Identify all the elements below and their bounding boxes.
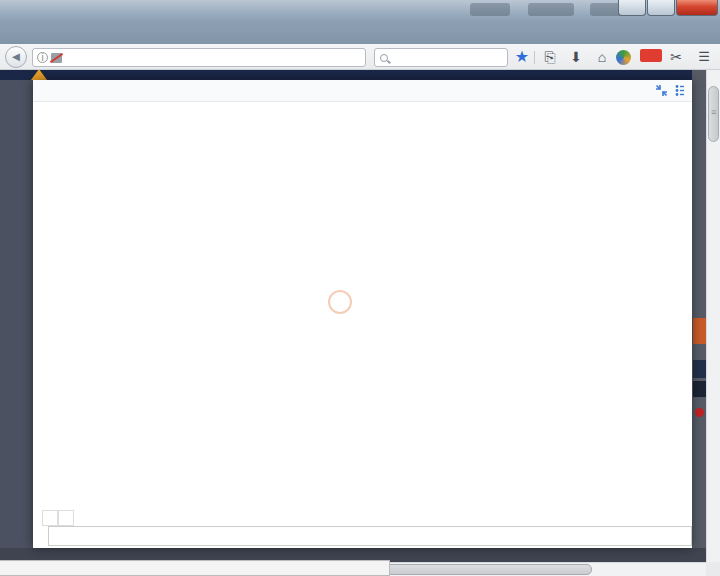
screenshot-extension-icon[interactable]: ✂ [666, 48, 686, 66]
url-bar[interactable]: i [32, 48, 366, 67]
search-icon [380, 54, 388, 62]
zoom-in-button[interactable] [34, 9, 44, 11]
hamburger-menu-icon[interactable]: ☰ [694, 48, 714, 66]
toolbar-separator [534, 51, 535, 64]
kline-chart-panel [33, 80, 692, 548]
indicator-tab-row [42, 510, 74, 526]
scroll-down-arrow[interactable] [708, 548, 720, 561]
site-header-strip [0, 70, 706, 80]
page-fragment-thumbnail [693, 381, 706, 397]
page-fragment-orange-block [693, 318, 706, 344]
zoom-level [24, 9, 34, 11]
clipboard-icon[interactable]: ⎘ [540, 48, 560, 66]
candlestick-chart-canvas[interactable] [56, 125, 692, 451]
timeframe-tabs [33, 80, 692, 102]
search-input[interactable] [374, 48, 508, 67]
window-controls [617, 0, 718, 16]
site-logo-triangle-icon [31, 70, 47, 80]
navigation-toolbar: ◄ i ★ ⎘ ⬇ ⌂ ✂ ☰ [0, 44, 720, 70]
background-window-blur [470, 3, 510, 16]
site-info-icon[interactable]: i [37, 52, 48, 63]
scrollbar-corner [706, 562, 720, 576]
page-fragment-red-dot [695, 408, 704, 417]
macd-chart-canvas[interactable] [56, 468, 692, 510]
chart-settings-list-icon[interactable] [675, 84, 684, 97]
vertical-scroll-thumb[interactable] [708, 86, 719, 142]
downloads-icon[interactable]: ⬇ [566, 48, 586, 66]
vertical-scrollbar[interactable] [706, 70, 720, 562]
home-icon[interactable]: ⌂ [592, 48, 612, 66]
restore-button[interactable] [647, 0, 675, 16]
page-fragment-thumbnail [693, 360, 706, 378]
browser-window: ◄ i ★ ⎘ ⬇ ⌂ ✂ ☰ [0, 0, 720, 576]
background-window-blur [528, 3, 574, 16]
close-button[interactable] [676, 0, 718, 16]
back-button[interactable]: ◄ [5, 46, 27, 68]
collapse-chart-icon[interactable] [655, 84, 668, 97]
menu-bar [0, 0, 720, 20]
status-bar [0, 560, 390, 576]
plugin-blocked-icon[interactable] [51, 53, 62, 63]
ohlc-data-row [40, 104, 102, 116]
zoom-out-button[interactable] [14, 9, 24, 11]
right-page-sliver [692, 70, 706, 562]
indicator-up-button[interactable] [42, 510, 58, 526]
extension-globe-icon[interactable] [616, 50, 631, 65]
minimize-button[interactable] [618, 0, 646, 16]
navigator-sparkline-canvas[interactable] [49, 527, 691, 545]
indicator-down-button[interactable] [58, 510, 74, 526]
tab-bar [0, 20, 720, 44]
zoom-control [14, 9, 44, 11]
scroll-up-arrow[interactable] [708, 71, 720, 84]
range-navigator[interactable] [48, 526, 692, 546]
notes-extension-badge[interactable] [640, 49, 662, 62]
bookmark-star-icon[interactable]: ★ [512, 48, 532, 66]
